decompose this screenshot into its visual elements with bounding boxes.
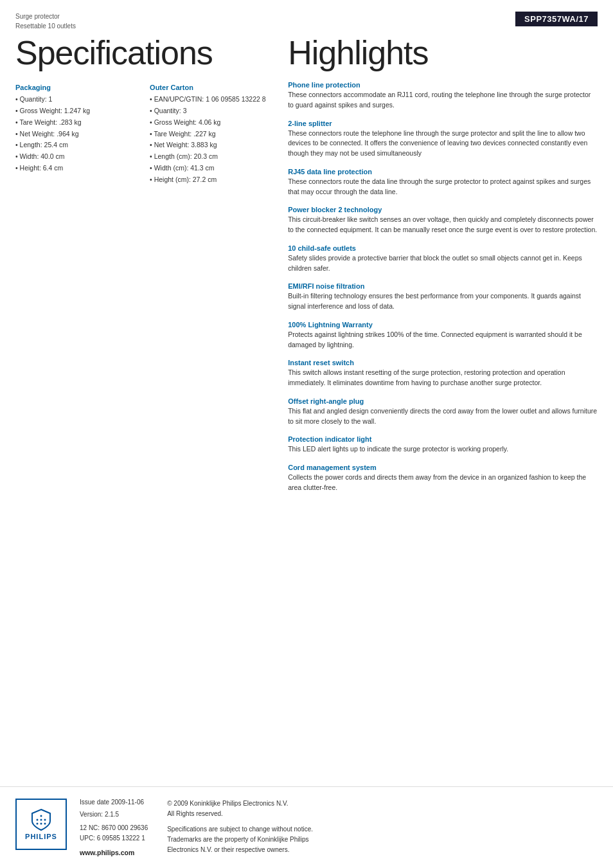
disclaimer: Specifications are subject to change wit… xyxy=(167,824,313,855)
copyright: © 2009 Koninklijke Philips Electronics N… xyxy=(167,799,313,819)
copyright-text: © 2009 Koninklijke Philips Electronics N… xyxy=(167,799,313,819)
highlight-item: 10 child-safe outletsSafety slides provi… xyxy=(288,244,598,274)
footer-info: Issue date 2009-11-06 Version: 2.1.5 12 … xyxy=(80,799,598,856)
list-item: Width (cm): 41.3 cm xyxy=(150,163,269,174)
highlight-desc: These connectors route the data line thr… xyxy=(288,177,598,197)
highlight-item: Offset right-angle plugThis flat and ang… xyxy=(288,397,598,427)
svg-point-3 xyxy=(44,819,46,821)
highlight-heading: Phone line protection xyxy=(288,81,598,89)
highlight-desc: Protects against lightning strikes 100% … xyxy=(288,330,598,350)
product-type: Surge protector xyxy=(15,12,76,21)
list-item: Tare Weight: .283 kg xyxy=(15,117,134,129)
list-item: Quantity: 3 xyxy=(150,105,269,117)
list-item: Gross Weight: 4.06 kg xyxy=(150,117,269,129)
svg-point-1 xyxy=(37,819,39,821)
svg-point-6 xyxy=(44,823,46,825)
product-subtype: Resettable 10 outlets xyxy=(15,21,76,31)
highlight-item: Cord management systemCollects the power… xyxy=(288,464,598,493)
highlight-heading: Instant reset switch xyxy=(288,359,598,366)
issue-date: Issue date 2009-11-06 xyxy=(80,799,148,806)
main-content: Specifications Packaging Quantity: 1Gros… xyxy=(0,31,613,502)
list-item: EAN/UPC/GTIN: 1 06 09585 13222 8 xyxy=(150,94,269,105)
specifications-column: Specifications Packaging Quantity: 1Gros… xyxy=(15,31,269,502)
outer-carton-section: Outer Carton EAN/UPC/GTIN: 1 06 09585 13… xyxy=(150,84,269,186)
footer-legal-col: © 2009 Koninklijke Philips Electronics N… xyxy=(167,799,313,856)
highlight-heading: Power blocker 2 technology xyxy=(288,206,598,213)
list-item: Length (cm): 20.3 cm xyxy=(150,151,269,163)
highlight-desc: This circuit-breaker like switch senses … xyxy=(288,215,598,235)
svg-point-2 xyxy=(40,819,42,821)
highlight-item: EMI/RFI noise filtrationBuilt-in filteri… xyxy=(288,282,598,312)
version: Version: 2.1.5 xyxy=(80,811,148,818)
highlight-desc: These connectors accommodate an RJ11 cor… xyxy=(288,90,598,111)
philips-logo-text: PHILIPS xyxy=(25,833,57,840)
highlight-item: Power blocker 2 technologyThis circuit-b… xyxy=(288,206,598,235)
specifications-title: Specifications xyxy=(15,36,269,69)
highlights-column: Highlights Phone line protectionThese co… xyxy=(288,31,598,502)
svg-point-0 xyxy=(40,815,42,817)
highlight-heading: Cord management system xyxy=(288,464,598,471)
list-item: Quantity: 1 xyxy=(15,94,134,105)
highlight-heading: Protection indicator light xyxy=(288,435,598,443)
packaging-section: Packaging Quantity: 1Gross Weight: 1.247… xyxy=(15,84,134,186)
website: www.philips.com xyxy=(80,849,148,856)
svg-point-5 xyxy=(40,823,42,825)
packaging-heading: Packaging xyxy=(15,84,134,91)
svg-point-4 xyxy=(37,823,39,825)
list-item: Net Weight: 3.883 kg xyxy=(150,140,269,151)
highlight-desc: This switch allows instant resetting of … xyxy=(288,368,598,388)
upc-number: UPC: 6 09585 13222 1 xyxy=(80,833,148,844)
list-item: Height (cm): 27.2 cm xyxy=(150,174,269,186)
highlight-item: 2-line splitterThese connectors route th… xyxy=(288,120,598,159)
highlight-item: Protection indicator lightThis LED alert… xyxy=(288,435,598,455)
highlight-heading: 100% Lightning Warranty xyxy=(288,321,598,329)
model-number: SPP7357WA/17 xyxy=(515,12,598,26)
list-item: Net Weight: .964 kg xyxy=(15,129,134,140)
highlight-item: Instant reset switchThis switch allows i… xyxy=(288,359,598,388)
highlight-item: Phone line protectionThese connectors ac… xyxy=(288,81,598,111)
list-item: Width: 40.0 cm xyxy=(15,151,134,163)
highlights-title: Highlights xyxy=(288,36,598,69)
page-header: Surge protector Resettable 10 outlets SP… xyxy=(0,0,613,31)
highlight-item: RJ45 data line protectionThese connector… xyxy=(288,168,598,197)
highlight-heading: RJ45 data line protection xyxy=(288,168,598,176)
highlight-desc: This LED alert lights up to indicate the… xyxy=(288,444,598,455)
highlight-heading: 2-line splitter xyxy=(288,120,598,127)
nc-upc: 12 NC: 8670 000 29636 UPC: 6 09585 13222… xyxy=(80,823,148,844)
footer-dates-col: Issue date 2009-11-06 Version: 2.1.5 12 … xyxy=(80,799,148,856)
list-item: Gross Weight: 1.247 kg xyxy=(15,105,134,117)
highlight-desc: These connectors route the telephone lin… xyxy=(288,129,598,159)
philips-logo: PHILIPS xyxy=(15,799,67,850)
highlight-desc: Collects the power cords and directs the… xyxy=(288,473,598,493)
highlight-heading: Offset right-angle plug xyxy=(288,397,598,405)
footer: PHILIPS Issue date 2009-11-06 Version: 2… xyxy=(0,786,613,868)
list-item: Length: 25.4 cm xyxy=(15,140,134,151)
list-item: Tare Weight: .227 kg xyxy=(150,129,269,140)
packaging-list: Quantity: 1Gross Weight: 1.247 kgTare We… xyxy=(15,94,134,174)
highlight-desc: Safety slides provide a protective barri… xyxy=(288,253,598,274)
highlights-container: Phone line protectionThese connectors ac… xyxy=(288,81,598,493)
product-info: Surge protector Resettable 10 outlets xyxy=(15,12,76,31)
outer-carton-list: EAN/UPC/GTIN: 1 06 09585 13222 8Quantity… xyxy=(150,94,269,186)
list-item: Height: 6.4 cm xyxy=(15,163,134,174)
highlight-desc: This flat and angled design conveniently… xyxy=(288,406,598,427)
nc-number: 12 NC: 8670 000 29636 xyxy=(80,823,148,833)
outer-carton-heading: Outer Carton xyxy=(150,84,269,91)
highlight-heading: EMI/RFI noise filtration xyxy=(288,282,598,290)
highlight-desc: Built-in filtering technology ensures th… xyxy=(288,291,598,312)
spec-columns: Packaging Quantity: 1Gross Weight: 1.247… xyxy=(15,84,269,197)
philips-logo-icon xyxy=(30,808,53,831)
highlight-item: 100% Lightning WarrantyProtects against … xyxy=(288,321,598,350)
highlight-heading: 10 child-safe outlets xyxy=(288,244,598,252)
